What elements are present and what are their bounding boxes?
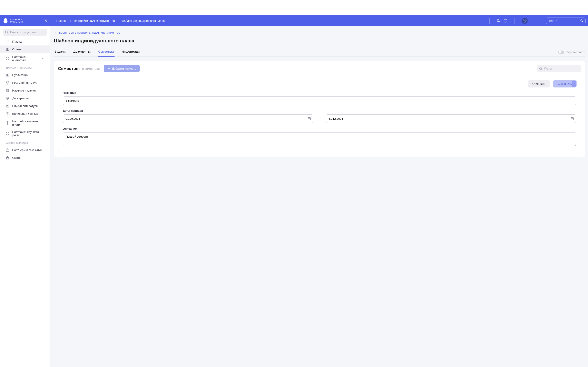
nav-label: Публикации — [12, 73, 28, 77]
nav-label: Валидация данных — [12, 112, 38, 115]
tab-info[interactable]: Информация — [121, 48, 142, 57]
chevron-down-icon — [42, 57, 44, 60]
search-icon — [5, 31, 8, 34]
nav-label: Научные издания — [12, 89, 36, 92]
nav-rid[interactable]: РИД и объекты ИС — [0, 79, 50, 87]
briefcase-icon — [6, 148, 9, 152]
logo-text-2: UNIVERSITY — [10, 21, 24, 23]
tab-semesters[interactable]: Семестры — [98, 48, 115, 57]
settings-sliders-icon[interactable] — [497, 19, 501, 23]
bulb-icon — [6, 81, 9, 85]
gear-icon — [6, 57, 9, 60]
date-separator — [317, 119, 322, 119]
desc-input[interactable] — [63, 132, 576, 146]
save-button[interactable]: Сохранить — [553, 80, 576, 87]
plus-icon — [107, 67, 110, 70]
date-to-input[interactable] — [326, 114, 576, 123]
name-input[interactable] — [63, 96, 576, 105]
card-count: 0 семестров — [82, 67, 100, 70]
semester-form: Отменить Сохранить Название Даты периода — [58, 76, 581, 153]
nav-validation[interactable]: Валидация данных — [0, 110, 50, 118]
sidebar: Главная Отчеты Настройки аналитики НАУКА… — [0, 26, 50, 367]
gear-icon — [6, 112, 9, 116]
book-icon — [6, 48, 9, 51]
tab-tasks[interactable]: Задачи — [54, 48, 66, 57]
semesters-card: Семестры 0 семестров Добавить семестр От… — [54, 61, 585, 157]
list-icon — [6, 104, 9, 108]
nav-estimates[interactable]: Сметы — [0, 154, 50, 162]
search-icon — [539, 67, 542, 70]
date-from-input[interactable] — [63, 114, 313, 123]
nav-label: Главная — [12, 40, 23, 43]
breadcrumb-0[interactable]: Главная — [56, 19, 67, 22]
gear-icon — [6, 121, 9, 125]
avatar — [522, 18, 528, 24]
books-icon — [6, 89, 9, 92]
add-btn-label: Добавить семестр — [112, 67, 136, 70]
logo[interactable]: SECHENOV UNIVERSITY — [2, 18, 24, 24]
add-semester-button[interactable]: Добавить семестр — [104, 65, 140, 72]
pin-icon[interactable] — [44, 19, 48, 23]
name-label: Название — [63, 91, 576, 94]
nav-sci-accounting[interactable]: Настройки научного учёта — [0, 128, 50, 139]
nav-analytics[interactable]: Настройки аналитики — [0, 53, 50, 64]
logo-text-1: SECHENOV — [10, 18, 24, 21]
nav-label: Отчеты — [12, 48, 22, 51]
nav-reports[interactable]: Отчеты — [0, 45, 50, 53]
nav-editions[interactable]: Научные издания — [0, 87, 50, 94]
gear-icon — [6, 132, 9, 135]
nav-label: Сметы — [12, 156, 21, 159]
publish-toggle-wrap: Опубликовать — [558, 50, 585, 54]
chevron-left-icon — [54, 31, 57, 34]
global-search-input[interactable] — [546, 17, 586, 24]
dates-label: Даты периода — [63, 109, 576, 112]
nav-publications[interactable]: Публикации — [0, 71, 50, 79]
publish-toggle[interactable] — [558, 50, 564, 54]
user-menu[interactable] — [522, 18, 532, 24]
svg-point-8 — [7, 113, 8, 114]
nav-partners[interactable]: Партнеры и заказчики — [0, 146, 50, 154]
nav-sci-instruments[interactable]: Настройки научных инстр. — [0, 118, 50, 128]
svg-point-9 — [7, 123, 8, 124]
tab-documents[interactable]: Документы — [72, 48, 91, 57]
section-admin: АДМИН. СЕРВИСЫ — [0, 139, 50, 146]
card-search-input[interactable] — [537, 65, 581, 72]
card-title: Семестры — [58, 66, 80, 71]
search-icon — [580, 19, 584, 22]
nav-label: Настройки научных инстр. — [12, 120, 44, 126]
header: SECHENOV UNIVERSITY Главная › Настройки … — [0, 15, 588, 26]
nav-literature[interactable]: Списки литературы — [0, 102, 50, 110]
nav-label: Диссертации — [12, 97, 29, 100]
svg-point-2 — [524, 20, 526, 22]
nav-label: Настройки научного учёта — [12, 130, 44, 137]
breadcrumbs: Главная › Настройки науч. инструментов ›… — [56, 19, 165, 22]
svg-rect-13 — [308, 118, 311, 120]
page-title: Шаблон индивидуального плана — [54, 38, 585, 44]
sidebar-search-input[interactable] — [3, 29, 47, 36]
main: Вернуться в настройки науч. инструментов… — [50, 26, 588, 367]
nav-dissertations[interactable]: Диссертации — [0, 94, 50, 102]
logo-icon — [2, 18, 9, 24]
svg-point-12 — [539, 67, 542, 69]
back-link[interactable]: Вернуться в настройки науч. инструментов — [54, 31, 120, 34]
tabs-row: Задачи Документы Семестры Информация Опу… — [54, 48, 585, 57]
calendar-icon — [571, 117, 574, 120]
nav-label: Настройки аналитики — [12, 55, 39, 62]
breadcrumb-1[interactable]: Настройки науч. инструментов — [74, 19, 115, 22]
book-icon — [6, 73, 9, 77]
back-link-text: Вернуться в настройки науч. инструментов — [59, 31, 120, 34]
cancel-button[interactable]: Отменить — [528, 80, 550, 87]
chevron-right-icon: › — [70, 19, 71, 22]
nav-label: Партнеры и заказчики — [12, 149, 42, 152]
bank-icon — [6, 156, 9, 160]
desc-label: Описание — [63, 127, 576, 130]
section-science: НАУКА И ИННОВАЦИИ — [0, 64, 50, 71]
nav-home[interactable]: Главная — [0, 38, 50, 45]
svg-point-6 — [7, 58, 8, 59]
help-icon[interactable] — [503, 19, 508, 23]
publish-label: Опубликовать — [566, 50, 585, 54]
nav-label: Списки литературы — [12, 104, 38, 108]
home-icon — [6, 40, 9, 43]
svg-point-10 — [7, 133, 8, 134]
breadcrumb-2[interactable]: Шаблон индивидуального плана — [121, 19, 165, 22]
